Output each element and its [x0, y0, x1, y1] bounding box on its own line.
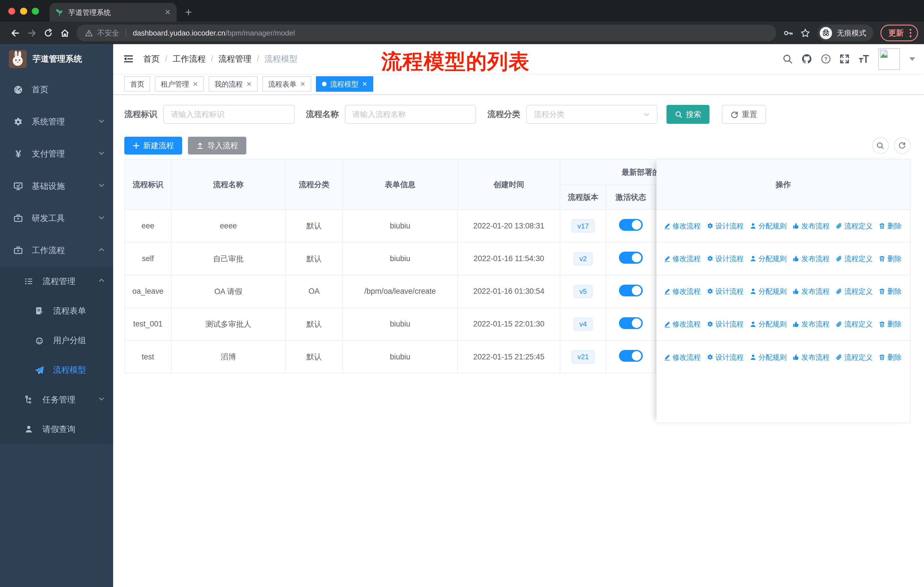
- close-icon[interactable]: ✕: [246, 80, 252, 88]
- process-definition-link[interactable]: 流程定义: [835, 254, 873, 263]
- active-toggle[interactable]: [619, 284, 642, 296]
- design-process-link[interactable]: 设计流程: [706, 287, 744, 296]
- active-toggle[interactable]: [619, 350, 642, 362]
- process-definition-link[interactable]: 流程定义: [835, 352, 873, 362]
- tab-close-icon[interactable]: ✕: [164, 8, 171, 17]
- forward-icon[interactable]: [23, 25, 40, 41]
- delete-link[interactable]: 删除: [878, 319, 901, 329]
- form-info-link[interactable]: biubiu: [343, 341, 457, 373]
- reload-icon[interactable]: [40, 25, 57, 41]
- process-definition-link[interactable]: 流程定义: [835, 287, 873, 296]
- tag-process-form[interactable]: 流程表单✕: [262, 76, 311, 91]
- help-icon[interactable]: ?: [821, 54, 831, 64]
- form-info-link[interactable]: /bpm/oa/leave/create: [343, 275, 457, 308]
- sidebar-item-process-mgmt[interactable]: 流程管理: [0, 266, 113, 296]
- tag-process-model[interactable]: 流程模型✕: [316, 76, 373, 91]
- sidebar-item-payment[interactable]: ¥ 支付管理: [0, 138, 113, 170]
- design-process-link[interactable]: 设计流程: [706, 221, 744, 231]
- edit-process-link[interactable]: 修改流程: [663, 254, 701, 263]
- process-name-input[interactable]: [345, 105, 476, 124]
- breadcrumb-item[interactable]: 流程管理: [219, 53, 251, 65]
- form-info-link[interactable]: biubiu: [343, 308, 457, 341]
- key-icon[interactable]: [784, 28, 794, 38]
- publish-process-link[interactable]: 发布流程: [792, 254, 830, 263]
- assign-rule-link[interactable]: 分配规则: [749, 221, 787, 231]
- breadcrumb-item[interactable]: 首页: [143, 53, 160, 65]
- traffic-lights[interactable]: [8, 8, 39, 15]
- sidebar-item-task-mgmt[interactable]: 任务管理: [0, 385, 113, 415]
- edit-process-link[interactable]: 修改流程: [663, 221, 701, 231]
- create-process-button[interactable]: 新建流程: [124, 137, 182, 154]
- sidebar-item-leave-query[interactable]: 请假查询: [0, 415, 113, 444]
- close-window-button[interactable]: [8, 8, 15, 15]
- sidebar-item-system[interactable]: 系统管理: [0, 106, 113, 138]
- zoom-window-button[interactable]: [32, 8, 39, 15]
- assign-rule-link[interactable]: 分配规则: [749, 254, 787, 263]
- tag-my-process[interactable]: 我的流程✕: [208, 76, 257, 91]
- delete-link[interactable]: 删除: [878, 254, 901, 263]
- collapse-sidebar-icon[interactable]: [123, 54, 134, 64]
- close-icon[interactable]: ✕: [193, 80, 198, 88]
- import-process-button[interactable]: 导入流程: [188, 137, 246, 154]
- process-name-link[interactable]: 滔博: [171, 341, 285, 373]
- sidebar-item-infra[interactable]: 基础设施: [0, 170, 113, 202]
- delete-link[interactable]: 删除: [878, 287, 901, 296]
- close-icon[interactable]: ✕: [362, 80, 368, 88]
- publish-process-link[interactable]: 发布流程: [792, 221, 830, 231]
- logo[interactable]: 芋道管理系统: [0, 44, 113, 74]
- refresh-table-icon[interactable]: [894, 137, 911, 154]
- bookmark-star-icon[interactable]: [800, 28, 810, 38]
- edit-process-link[interactable]: 修改流程: [663, 352, 701, 362]
- fullscreen-icon[interactable]: [839, 54, 850, 64]
- design-process-link[interactable]: 设计流程: [706, 254, 744, 263]
- process-name-link[interactable]: 自己审批: [171, 242, 285, 275]
- edit-process-link[interactable]: 修改流程: [663, 287, 701, 296]
- update-label[interactable]: 更新: [888, 28, 904, 38]
- process-key-input[interactable]: [163, 105, 295, 124]
- form-info-link[interactable]: biubiu: [343, 242, 457, 275]
- form-info-link[interactable]: biubiu: [343, 210, 457, 242]
- publish-process-link[interactable]: 发布流程: [792, 352, 830, 362]
- search-icon[interactable]: [782, 54, 793, 64]
- sidebar-item-user-group[interactable]: 用户分组: [0, 326, 113, 355]
- show-search-icon[interactable]: [872, 137, 889, 154]
- edit-process-link[interactable]: 修改流程: [663, 319, 701, 329]
- avatar-caret-icon[interactable]: [909, 57, 915, 61]
- process-definition-link[interactable]: 流程定义: [835, 319, 873, 329]
- avatar[interactable]: [878, 48, 900, 70]
- update-button[interactable]: 更新: [881, 25, 918, 41]
- font-size-icon[interactable]: [858, 54, 870, 64]
- new-tab-button[interactable]: +: [185, 7, 192, 18]
- tag-home[interactable]: 首页: [124, 76, 150, 91]
- active-toggle[interactable]: [619, 219, 642, 231]
- delete-link[interactable]: 删除: [878, 352, 901, 362]
- sidebar-item-devtools[interactable]: 研发工具: [0, 202, 113, 235]
- process-definition-link[interactable]: 流程定义: [835, 221, 873, 231]
- publish-process-link[interactable]: 发布流程: [792, 319, 830, 329]
- back-icon[interactable]: [7, 25, 24, 41]
- assign-rule-link[interactable]: 分配规则: [749, 287, 787, 296]
- publish-process-link[interactable]: 发布流程: [792, 287, 830, 296]
- process-name-link[interactable]: 测试多审批人: [171, 308, 285, 341]
- browser-menu-icon[interactable]: [910, 29, 912, 37]
- close-icon[interactable]: ✕: [300, 80, 305, 88]
- minimize-window-button[interactable]: [20, 8, 27, 15]
- tag-tenant[interactable]: 租户管理✕: [155, 76, 204, 91]
- process-name-link[interactable]: eeee: [171, 210, 285, 242]
- github-icon[interactable]: [801, 53, 812, 64]
- process-name-link[interactable]: OA 请假: [171, 275, 285, 308]
- home-icon[interactable]: [56, 25, 73, 41]
- design-process-link[interactable]: 设计流程: [706, 319, 744, 329]
- process-category-select[interactable]: 流程分类: [526, 105, 658, 124]
- reset-button[interactable]: 重置: [722, 105, 766, 124]
- active-toggle[interactable]: [619, 251, 642, 263]
- delete-link[interactable]: 删除: [878, 221, 901, 231]
- design-process-link[interactable]: 设计流程: [706, 352, 744, 362]
- address-bar[interactable]: 不安全 dashboard.yudao.iocoder.cn/bpm/manag…: [76, 25, 776, 41]
- active-toggle[interactable]: [619, 317, 642, 329]
- breadcrumb-item[interactable]: 工作流程: [173, 53, 206, 65]
- browser-tab[interactable]: 芋道管理系统 ✕: [50, 3, 177, 22]
- sidebar-item-process-model[interactable]: 流程模型: [0, 356, 113, 385]
- sidebar-item-home[interactable]: 首页: [0, 74, 113, 106]
- search-button[interactable]: 搜索: [667, 105, 710, 124]
